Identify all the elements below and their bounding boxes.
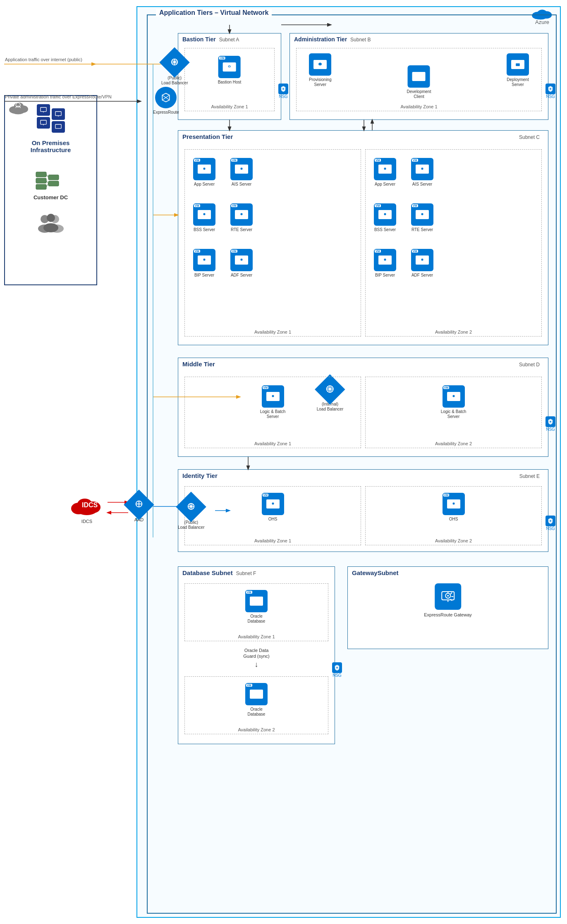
middle-zone1-label: Availability Zone 1 xyxy=(254,441,291,446)
svg-rect-75 xyxy=(48,175,59,180)
svg-point-47 xyxy=(452,395,455,397)
bastion-subnet-label: Subnet A xyxy=(219,37,239,43)
development-client-label: DevelopmentClient xyxy=(407,89,431,99)
identity-tier-title: Identity Tier xyxy=(182,472,218,479)
svg-line-79 xyxy=(46,184,48,187)
svg-point-61 xyxy=(447,595,449,597)
db-zone1-box: VM Oracle Database Availability Zone 1 xyxy=(184,583,328,641)
db-zone2-label: Availability Zone 2 xyxy=(238,727,275,732)
middle-z2-server: VM Logic & Batch Server xyxy=(439,385,468,419)
expressroute-gateway-icon: ExpressRoute Gateway xyxy=(424,583,472,617)
idcs-icon: IDCS IDCS xyxy=(70,490,103,524)
svg-rect-62 xyxy=(40,107,46,112)
svg-rect-12 xyxy=(415,74,423,79)
middle-nsg-label: NSG xyxy=(546,427,555,432)
db-tier-title: Database Subnet xyxy=(182,569,233,576)
bastion-nsg: NSG xyxy=(278,84,288,99)
aad-icon: AAD xyxy=(128,494,150,522)
middle-zone1-box: VM Logic & Batch Server Availability Zon… xyxy=(184,377,361,448)
svg-point-30 xyxy=(421,167,423,170)
data-guard-label: Oracle DataGuard (sync) xyxy=(243,647,270,659)
svg-point-20 xyxy=(203,213,206,215)
on-premises-box: On PremisesInfrastructure Customer DC xyxy=(4,95,97,285)
svg-line-77 xyxy=(46,174,48,177)
deployment-server-label: DeploymentServer xyxy=(507,77,529,87)
admin-nsg: NSG xyxy=(545,84,555,99)
bastion-zone1-label: Availability Zone 1 xyxy=(211,104,248,109)
pres-z1-bip-label: BIP Server xyxy=(194,273,214,278)
presentation-zone1-box: VM App Server VM AIS Server VM BSS Serve… xyxy=(184,149,361,337)
deployment-server-icon: DeploymentServer xyxy=(507,53,529,87)
svg-text:Application traffic over inter: Application traffic over internet (publi… xyxy=(5,57,82,62)
svg-point-28 xyxy=(384,167,386,170)
pres-z1-app-label: App Server xyxy=(194,182,215,187)
middle-zone2-label: Availability Zone 2 xyxy=(435,441,472,446)
pres-z1-bss-label: BSS Server xyxy=(194,227,215,232)
pres-z2-ais-server: VM AIS Server xyxy=(411,158,433,187)
pres-z2-bss-label: BSS Server xyxy=(374,227,396,232)
on-premises-cloud-icon xyxy=(7,98,30,118)
identity-zone1-label: Availability Zone 1 xyxy=(254,538,291,543)
pres-z1-rte-label: RTE Server xyxy=(231,227,252,232)
identity-tier-box: Identity Tier Subnet E VM OHS Availabili… xyxy=(178,469,548,552)
svg-point-36 xyxy=(384,258,386,261)
pres-z2-app-label: App Server xyxy=(375,182,395,187)
pres-z1-rte-server: VM RTE Server xyxy=(230,203,253,232)
db-subnet-label: Subnet F xyxy=(236,571,256,576)
gateway-label: ExpressRoute Gateway xyxy=(424,612,472,617)
svg-point-24 xyxy=(203,258,206,261)
svg-point-38 xyxy=(421,258,423,261)
identity-z1-ohs-label: OHS xyxy=(268,517,278,522)
middle-z1-label: Logic & Batch Server xyxy=(258,409,287,419)
admin-zone1-label: Availability Zone 1 xyxy=(400,104,437,109)
admin-tier-title: Administration Tier xyxy=(294,36,347,43)
svg-point-26 xyxy=(240,258,243,261)
identity-z2-ohs: VM OHS xyxy=(443,493,465,522)
svg-point-7 xyxy=(229,66,230,67)
provisioning-server-icon: ProvisioningServer xyxy=(309,53,331,87)
svg-point-14 xyxy=(550,88,551,90)
identity-subnet-label: Subnet E xyxy=(519,473,544,479)
bastion-zone1-box: VM Bastion Host Availability Zon xyxy=(184,48,275,111)
pres-z1-app-server: VM App Server xyxy=(193,158,215,187)
customer-dc-icon: Customer DC xyxy=(33,170,68,201)
on-premises-infra-icon xyxy=(37,104,65,133)
gateway-title: GatewaySubnet xyxy=(352,569,399,576)
identity-zone2-label: Availability Zone 2 xyxy=(435,538,472,543)
customer-dc-label: Customer DC xyxy=(33,194,68,201)
pres-z1-ais-label: AIS Server xyxy=(232,182,251,187)
expressroute-icon: ExpressRoute xyxy=(153,87,179,115)
expressroute-label: ExpressRoute xyxy=(153,110,179,115)
svg-rect-54 xyxy=(253,598,260,603)
identity-zone1-box: VM OHS Availability Zone 1 xyxy=(184,486,361,545)
pres-z2-bip-label: BIP Server xyxy=(375,273,395,278)
idcs-label: IDCS xyxy=(81,519,92,524)
pres-z2-rte-label: RTE Server xyxy=(411,227,433,232)
svg-point-18 xyxy=(240,167,243,170)
db-zone2-box: VM Oracle Database Availability Zone 2 xyxy=(184,676,328,734)
svg-point-22 xyxy=(240,213,243,215)
identity-nsg: NSG xyxy=(545,516,555,531)
vnet-title: Application Tiers – Virtual Network xyxy=(156,9,272,17)
svg-rect-11 xyxy=(516,63,520,66)
db-nsg-label: NSG xyxy=(333,673,342,678)
svg-point-52 xyxy=(452,502,455,505)
svg-rect-68 xyxy=(55,112,61,116)
svg-point-116 xyxy=(12,107,25,114)
public-lb-icon: (Public)Load Balancer xyxy=(161,52,188,86)
middle-tier-title: Middle Tier xyxy=(182,361,215,368)
bastion-tier-box: Bastion Tier Subnet A VM xyxy=(178,33,281,120)
data-guard-sync: Oracle DataGuard (sync) ↓ xyxy=(243,647,270,669)
svg-point-53 xyxy=(550,520,551,522)
pres-z2-ais-label: AIS Server xyxy=(412,182,432,187)
identity-z2-ohs-label: OHS xyxy=(449,517,458,522)
middle-tier-box: Middle Tier Subnet D xyxy=(178,358,548,457)
admin-subnet-label: Subnet B xyxy=(350,37,371,43)
svg-rect-74 xyxy=(36,184,46,189)
db-zone1-label: Availability Zone 1 xyxy=(238,634,275,639)
middle-zone2-box: VM Logic & Batch Server Availability Zon… xyxy=(365,377,542,448)
svg-rect-71 xyxy=(55,124,61,129)
pres-z2-adf-label: ADF Server xyxy=(411,273,433,278)
svg-rect-73 xyxy=(36,178,46,183)
db-z2-oracle: VM Oracle Database xyxy=(242,683,271,717)
